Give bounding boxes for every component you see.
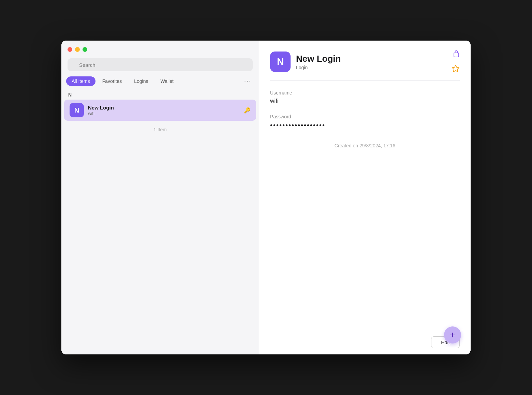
section-header-n: N	[61, 90, 259, 99]
app-window: All Items Favorites Logins Wallet ··· N …	[61, 41, 471, 354]
key-icon: 🔑	[244, 107, 251, 114]
password-label: Password	[270, 114, 460, 119]
created-date: Created on 29/8/2024, 17:16	[270, 143, 460, 148]
tab-logins[interactable]: Logins	[129, 76, 153, 86]
detail-avatar: N	[270, 52, 291, 72]
item-avatar: N	[70, 103, 84, 117]
tab-wallet[interactable]: Wallet	[155, 76, 179, 86]
search-container	[61, 58, 259, 76]
detail-title: New Login	[296, 54, 460, 64]
username-label: Username	[270, 90, 460, 96]
password-field-group: Password ••••••••••••••••••	[270, 114, 460, 129]
search-input[interactable]	[68, 58, 253, 71]
item-subtitle: wifi	[88, 111, 244, 116]
tab-all-items[interactable]: All Items	[66, 76, 95, 86]
more-options-button[interactable]: ···	[241, 76, 254, 86]
add-item-button[interactable]: +	[444, 326, 461, 343]
minimize-button[interactable]	[75, 47, 80, 52]
password-value: ••••••••••••••••••	[270, 121, 460, 129]
detail-title-group: New Login Login	[296, 54, 460, 70]
detail-subtitle: Login	[296, 65, 460, 70]
detail-body: Username wifi Password •••••••••••••••••…	[259, 81, 471, 330]
username-field-group: Username wifi	[270, 90, 460, 104]
right-panel: N New Login Login Username	[259, 41, 471, 354]
close-button[interactable]	[68, 47, 72, 52]
detail-header: N New Login Login	[259, 41, 471, 80]
detail-footer: Edit	[259, 330, 471, 354]
tab-favorites[interactable]: Favorites	[97, 76, 128, 86]
lock-icon	[453, 49, 460, 60]
maximize-button[interactable]	[83, 47, 87, 52]
search-wrapper	[68, 58, 253, 71]
left-panel: All Items Favorites Logins Wallet ··· N …	[61, 41, 259, 354]
list-item[interactable]: N New Login wifi 🔑	[64, 100, 256, 121]
item-name: New Login	[88, 105, 244, 111]
item-list: N New Login wifi 🔑 1 Item	[61, 99, 259, 354]
item-count: 1 Item	[61, 121, 259, 138]
svg-rect-2	[454, 53, 459, 57]
filter-tabs: All Items Favorites Logins Wallet ···	[61, 76, 259, 90]
item-info: New Login wifi	[88, 105, 244, 116]
username-value: wifi	[270, 98, 460, 104]
favorite-star-icon[interactable]	[452, 64, 460, 75]
titlebar	[61, 41, 259, 58]
